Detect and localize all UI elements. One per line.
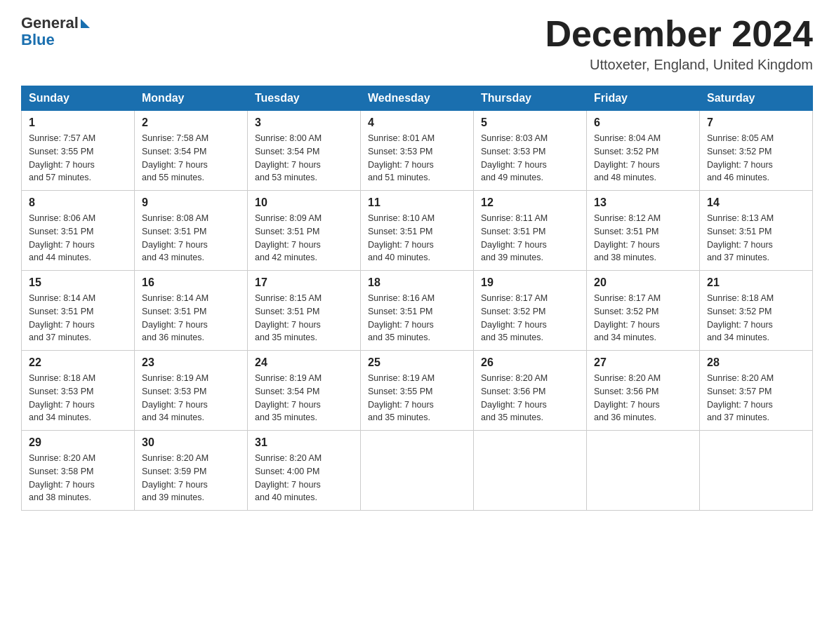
day-info: Sunrise: 8:20 AMSunset: 3:59 PMDaylight:… bbox=[142, 453, 208, 502]
day-cell: 1 Sunrise: 7:57 AMSunset: 3:55 PMDayligh… bbox=[22, 111, 135, 191]
day-info: Sunrise: 8:19 AMSunset: 3:53 PMDaylight:… bbox=[142, 373, 208, 422]
day-number: 19 bbox=[481, 276, 579, 289]
day-cell: 13 Sunrise: 8:12 AMSunset: 3:51 PMDaylig… bbox=[587, 191, 700, 271]
day-info: Sunrise: 8:01 AMSunset: 3:53 PMDaylight:… bbox=[368, 133, 435, 182]
day-cell: 15 Sunrise: 8:14 AMSunset: 3:51 PMDaylig… bbox=[22, 271, 135, 351]
day-number: 8 bbox=[29, 196, 127, 209]
day-number: 14 bbox=[707, 196, 805, 209]
week-row-2: 8 Sunrise: 8:06 AMSunset: 3:51 PMDayligh… bbox=[22, 191, 813, 271]
day-info: Sunrise: 8:20 AMSunset: 3:57 PMDaylight:… bbox=[707, 373, 774, 422]
col-header-monday: Monday bbox=[135, 86, 248, 111]
col-header-thursday: Thursday bbox=[474, 86, 587, 111]
col-header-saturday: Saturday bbox=[700, 86, 813, 111]
day-number: 22 bbox=[29, 356, 127, 369]
day-number: 16 bbox=[142, 276, 240, 289]
logo-arrow-icon bbox=[81, 19, 90, 28]
day-info: Sunrise: 8:09 AMSunset: 3:51 PMDaylight:… bbox=[255, 213, 322, 262]
day-cell: 8 Sunrise: 8:06 AMSunset: 3:51 PMDayligh… bbox=[22, 191, 135, 271]
day-cell: 6 Sunrise: 8:04 AMSunset: 3:52 PMDayligh… bbox=[587, 111, 700, 191]
day-cell: 7 Sunrise: 8:05 AMSunset: 3:52 PMDayligh… bbox=[700, 111, 813, 191]
day-number: 27 bbox=[594, 356, 692, 369]
day-info: Sunrise: 8:19 AMSunset: 3:55 PMDaylight:… bbox=[368, 373, 435, 422]
day-info: Sunrise: 8:20 AMSunset: 3:56 PMDaylight:… bbox=[594, 373, 661, 422]
week-row-3: 15 Sunrise: 8:14 AMSunset: 3:51 PMDaylig… bbox=[22, 271, 813, 351]
day-cell: 19 Sunrise: 8:17 AMSunset: 3:52 PMDaylig… bbox=[474, 271, 587, 351]
day-info: Sunrise: 8:12 AMSunset: 3:51 PMDaylight:… bbox=[594, 213, 661, 262]
day-info: Sunrise: 8:20 AMSunset: 4:00 PMDaylight:… bbox=[255, 453, 322, 502]
day-number: 12 bbox=[481, 196, 579, 209]
day-info: Sunrise: 7:57 AMSunset: 3:55 PMDaylight:… bbox=[29, 133, 95, 182]
day-cell: 28 Sunrise: 8:20 AMSunset: 3:57 PMDaylig… bbox=[700, 351, 813, 431]
day-cell: 2 Sunrise: 7:58 AMSunset: 3:54 PMDayligh… bbox=[135, 111, 248, 191]
day-info: Sunrise: 7:58 AMSunset: 3:54 PMDaylight:… bbox=[142, 133, 208, 182]
month-title: December 2024 bbox=[545, 14, 813, 54]
col-header-wednesday: Wednesday bbox=[361, 86, 474, 111]
day-info: Sunrise: 8:17 AMSunset: 3:52 PMDaylight:… bbox=[481, 293, 548, 342]
location: Uttoxeter, England, United Kingdom bbox=[545, 57, 813, 73]
day-number: 28 bbox=[707, 356, 805, 369]
week-row-1: 1 Sunrise: 7:57 AMSunset: 3:55 PMDayligh… bbox=[22, 111, 813, 191]
day-number: 26 bbox=[481, 356, 579, 369]
day-cell bbox=[361, 431, 474, 511]
day-cell: 27 Sunrise: 8:20 AMSunset: 3:56 PMDaylig… bbox=[587, 351, 700, 431]
col-header-friday: Friday bbox=[587, 86, 700, 111]
day-cell: 4 Sunrise: 8:01 AMSunset: 3:53 PMDayligh… bbox=[361, 111, 474, 191]
logo-general-text: General bbox=[21, 14, 79, 32]
day-info: Sunrise: 8:15 AMSunset: 3:51 PMDaylight:… bbox=[255, 293, 322, 342]
day-info: Sunrise: 8:18 AMSunset: 3:53 PMDaylight:… bbox=[29, 373, 95, 422]
day-cell: 30 Sunrise: 8:20 AMSunset: 3:59 PMDaylig… bbox=[135, 431, 248, 511]
day-cell: 18 Sunrise: 8:16 AMSunset: 3:51 PMDaylig… bbox=[361, 271, 474, 351]
day-info: Sunrise: 8:14 AMSunset: 3:51 PMDaylight:… bbox=[29, 293, 95, 342]
calendar-table: SundayMondayTuesdayWednesdayThursdayFrid… bbox=[21, 86, 813, 511]
day-info: Sunrise: 8:14 AMSunset: 3:51 PMDaylight:… bbox=[142, 293, 208, 342]
logo-blue-text: Blue bbox=[21, 31, 55, 49]
day-number: 1 bbox=[29, 116, 127, 129]
day-number: 17 bbox=[255, 276, 353, 289]
page-header: General Blue December 2024 Uttoxeter, En… bbox=[21, 14, 813, 73]
day-number: 13 bbox=[594, 196, 692, 209]
day-cell: 17 Sunrise: 8:15 AMSunset: 3:51 PMDaylig… bbox=[248, 271, 361, 351]
day-cell: 9 Sunrise: 8:08 AMSunset: 3:51 PMDayligh… bbox=[135, 191, 248, 271]
day-cell: 14 Sunrise: 8:13 AMSunset: 3:51 PMDaylig… bbox=[700, 191, 813, 271]
day-cell: 26 Sunrise: 8:20 AMSunset: 3:56 PMDaylig… bbox=[474, 351, 587, 431]
day-info: Sunrise: 8:03 AMSunset: 3:53 PMDaylight:… bbox=[481, 133, 548, 182]
day-info: Sunrise: 8:18 AMSunset: 3:52 PMDaylight:… bbox=[707, 293, 774, 342]
day-number: 10 bbox=[255, 196, 353, 209]
day-number: 31 bbox=[255, 436, 353, 449]
day-cell: 12 Sunrise: 8:11 AMSunset: 3:51 PMDaylig… bbox=[474, 191, 587, 271]
day-number: 2 bbox=[142, 116, 240, 129]
day-info: Sunrise: 8:20 AMSunset: 3:56 PMDaylight:… bbox=[481, 373, 548, 422]
day-info: Sunrise: 8:00 AMSunset: 3:54 PMDaylight:… bbox=[255, 133, 322, 182]
day-number: 9 bbox=[142, 196, 240, 209]
day-number: 23 bbox=[142, 356, 240, 369]
day-number: 3 bbox=[255, 116, 353, 129]
day-info: Sunrise: 8:16 AMSunset: 3:51 PMDaylight:… bbox=[368, 293, 435, 342]
day-cell: 23 Sunrise: 8:19 AMSunset: 3:53 PMDaylig… bbox=[135, 351, 248, 431]
day-cell: 5 Sunrise: 8:03 AMSunset: 3:53 PMDayligh… bbox=[474, 111, 587, 191]
day-number: 11 bbox=[368, 196, 466, 209]
day-info: Sunrise: 8:05 AMSunset: 3:52 PMDaylight:… bbox=[707, 133, 774, 182]
day-cell: 29 Sunrise: 8:20 AMSunset: 3:58 PMDaylig… bbox=[22, 431, 135, 511]
day-info: Sunrise: 8:19 AMSunset: 3:54 PMDaylight:… bbox=[255, 373, 322, 422]
day-cell: 25 Sunrise: 8:19 AMSunset: 3:55 PMDaylig… bbox=[361, 351, 474, 431]
day-number: 24 bbox=[255, 356, 353, 369]
day-cell: 24 Sunrise: 8:19 AMSunset: 3:54 PMDaylig… bbox=[248, 351, 361, 431]
day-info: Sunrise: 8:13 AMSunset: 3:51 PMDaylight:… bbox=[707, 213, 774, 262]
day-number: 29 bbox=[29, 436, 127, 449]
calendar-header-row: SundayMondayTuesdayWednesdayThursdayFrid… bbox=[22, 86, 813, 111]
logo: General Blue bbox=[21, 14, 90, 49]
day-info: Sunrise: 8:10 AMSunset: 3:51 PMDaylight:… bbox=[368, 213, 435, 262]
day-cell: 10 Sunrise: 8:09 AMSunset: 3:51 PMDaylig… bbox=[248, 191, 361, 271]
day-cell: 31 Sunrise: 8:20 AMSunset: 4:00 PMDaylig… bbox=[248, 431, 361, 511]
day-info: Sunrise: 8:04 AMSunset: 3:52 PMDaylight:… bbox=[594, 133, 661, 182]
day-info: Sunrise: 8:11 AMSunset: 3:51 PMDaylight:… bbox=[481, 213, 548, 262]
title-block: December 2024 Uttoxeter, England, United… bbox=[545, 14, 813, 73]
day-number: 20 bbox=[594, 276, 692, 289]
day-cell: 3 Sunrise: 8:00 AMSunset: 3:54 PMDayligh… bbox=[248, 111, 361, 191]
day-number: 30 bbox=[142, 436, 240, 449]
day-cell: 22 Sunrise: 8:18 AMSunset: 3:53 PMDaylig… bbox=[22, 351, 135, 431]
day-number: 7 bbox=[707, 116, 805, 129]
day-info: Sunrise: 8:20 AMSunset: 3:58 PMDaylight:… bbox=[29, 453, 95, 502]
day-cell: 21 Sunrise: 8:18 AMSunset: 3:52 PMDaylig… bbox=[700, 271, 813, 351]
day-cell: 16 Sunrise: 8:14 AMSunset: 3:51 PMDaylig… bbox=[135, 271, 248, 351]
